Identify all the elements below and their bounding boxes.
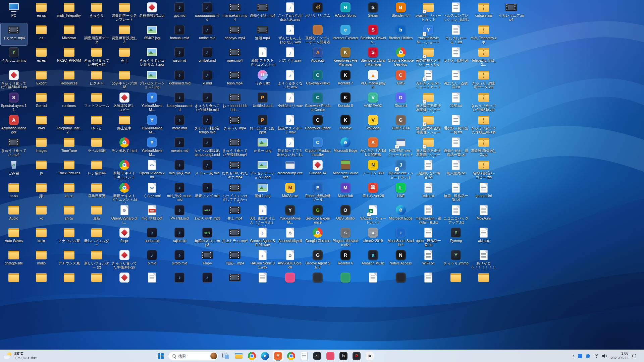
desktop-icon[interactable]: イカレマニア.mp4 <box>498 1 525 23</box>
desktop-icon[interactable]: タイトル未設定, tempo.orig1.mid <box>194 136 220 158</box>
desktop-icon[interactable]: ニコニコバックアップ.txt <box>443 203 469 226</box>
desktop-icon[interactable]: ヘッドフォンはずしててよかったmp4 <box>222 181 248 203</box>
desktop-icon[interactable]: ko-kr <box>28 226 55 248</box>
desktop-icon[interactable]: ↗無人販売不正行為画像 - ショートカット <box>415 113 442 135</box>
desktop-icon[interactable]: 路上駐車 <box>111 113 138 135</box>
desktop-icon[interactable]: ポリリリリズム <box>305 1 331 23</box>
chatgpt-taskbar-button[interactable] <box>364 351 375 361</box>
desktop-icon[interactable]: Audacity <box>305 46 331 68</box>
desktop-icon[interactable]: midi_Telepathy.zip <box>470 23 497 45</box>
desktop-icon[interactable]: _起動しない場合.txt <box>415 158 442 180</box>
desktop-icon[interactable]: 無題 - 親作品一覧.txt <box>443 181 469 203</box>
desktop-icon[interactable]: manisekarin.mp4 <box>222 1 248 23</box>
desktop-icon[interactable]: 通知うぜえ - 親作品一覧.txt <box>443 136 469 158</box>
desktop-icon[interactable] <box>443 271 469 293</box>
desktop-icon[interactable]: es <box>28 23 55 45</box>
desktop-icon[interactable]: SpectraLayers 11 <box>1 91 27 113</box>
desktop-icon[interactable]: sirofo.mid <box>166 248 193 270</box>
ymm-taskbar-button[interactable] <box>272 351 284 361</box>
desktop-icon[interactable]: ラベル印刷 <box>84 136 110 158</box>
desktop-icon[interactable]: Resources <box>56 68 82 90</box>
desktop-icon[interactable]: 無題のスコア.mp3 <box>194 226 220 248</box>
desktop-icon[interactable]: Untitled.ppsf <box>249 91 276 113</box>
desktop-icon[interactable] <box>111 271 138 293</box>
desktop-icon[interactable]: ↗万引きメモ.txt - ショートカット <box>415 68 442 90</box>
desktop-icon[interactable]: Steinberg Library Manager <box>360 46 386 68</box>
desktop-icon[interactable]: イカマニ.mp4 <box>1 23 27 45</box>
desktop-icon[interactable]: YukkuriMovieM... <box>277 203 304 226</box>
desktop-icon[interactable]: 新規ソング.mid <box>194 181 220 203</box>
desktop-icon[interactable]: meroin.mid <box>166 136 193 158</box>
desktop-icon[interactable]: WIFI.txt <box>415 248 442 270</box>
desktop-icon[interactable] <box>387 271 414 293</box>
desktop-icon[interactable]: 調査練習(失敗)_3 <box>111 23 138 45</box>
desktop-icon[interactable]: mid_学校.pdf <box>139 203 165 226</box>
desktop-icon[interactable]: だれもFXいれたやつ.mp4 <box>222 158 248 180</box>
wifi-icon[interactable] <box>593 354 599 358</box>
desktop-icon[interactable]: Activation Manager <box>1 113 27 135</box>
desktop-icon[interactable]: Steam <box>360 1 386 23</box>
desktop-icon[interactable]: chatgpt-site <box>1 248 27 270</box>
desktop-icon[interactable]: 65407.jpg <box>139 23 165 45</box>
desktop-icon[interactable]: 営業日変更 <box>84 181 110 203</box>
desktop-icon[interactable]: manisekarin - 親作品一覧.txt <box>415 203 442 226</box>
desktop-icon[interactable]: きゅうり食ってた午後三時 <box>84 46 110 68</box>
desktop-icon[interactable]: ヘルスコンプレッション_歌詞.txt <box>443 1 469 23</box>
desktop-icon[interactable]: 選択肢 - 親作品一覧.txt <box>443 113 469 135</box>
desktop-icon[interactable]: Keepforest File Manager <box>332 46 359 68</box>
desktop-icon[interactable]: es-es <box>28 46 55 68</box>
desktop-icon[interactable]: おーばーまにあ.ppsf <box>249 113 276 135</box>
desktop-icon[interactable]: ↗家の防犯カメラ - ショートカット <box>415 46 442 68</box>
desktop-icon[interactable]: きゅうり.ymmp <box>443 248 469 270</box>
desktop-icon[interactable]: Plogue sforzando x64 <box>332 226 359 248</box>
desktop-icon[interactable]: ノートン 360 <box>360 158 386 180</box>
chrome-2-taskbar-button[interactable] <box>285 351 297 361</box>
notification-bell-icon[interactable] <box>632 354 636 358</box>
desktop-icon[interactable]: LINE <box>387 181 414 203</box>
weather-widget[interactable]: 28°C くもりのち晴れ <box>1 351 41 361</box>
desktop-icon[interactable]: 井上ドラム.mp4 <box>222 226 248 248</box>
desktop-icon[interactable]: en-us <box>28 1 55 23</box>
desktop-icon[interactable]: open.mp4 <box>222 46 248 68</box>
desktop-icon[interactable]: createdump.exe <box>277 158 304 180</box>
desktop-icon[interactable]: HALion Sonic 01.wav <box>249 248 276 270</box>
desktop-icon[interactable]: rajio.mid <box>166 226 193 248</box>
desktop-icon[interactable] <box>415 271 442 293</box>
desktop-icon[interactable]: おっhhhhhhhhhhhh... <box>222 91 248 113</box>
cubase-taskbar-button[interactable] <box>338 351 349 361</box>
desktop-icon[interactable]: タイトル未設定, tempo.mid <box>194 113 220 135</box>
desktop-icon[interactable]: 9.cpr <box>111 226 138 248</box>
desktop-icon[interactable]: アナウンス夏 <box>56 248 82 270</box>
desktop-icon[interactable]: 調査練習(失敗)_3.zip <box>470 136 497 158</box>
desktop-icon[interactable]: 孤独なインディーゲーム開発者の一生... <box>305 23 331 45</box>
desktop-icon[interactable] <box>360 271 386 293</box>
desktop-icon[interactable]: ja <box>28 158 55 180</box>
desktop-icon[interactable]: Native Access <box>387 248 414 270</box>
desktop-icon[interactable]: akis.txt <box>470 226 497 248</box>
desktop-icon[interactable]: 調査用データテンプレート <box>111 1 138 23</box>
desktop-icon[interactable]: MuseScore Studio 4 <box>387 226 414 248</box>
desktop-icon[interactable]: NKSC_PARAM <box>56 46 82 68</box>
desktop-icon[interactable]: teion.mp4 <box>222 68 248 90</box>
desktop-icon[interactable]: GIMP 3.0.4 <box>387 113 414 135</box>
desktop-icon[interactable]: umibet.mid <box>194 46 220 68</box>
tray-overflow-chevron-icon[interactable]: ∧ <box>572 354 575 358</box>
desktop-icon[interactable]: CMS <box>387 68 414 90</box>
desktop-icon[interactable]: Audio <box>1 203 27 226</box>
desktop-icon[interactable]: プレゼンテーション1.jpg <box>139 68 165 90</box>
desktop-icon[interactable]: Brother Utilities <box>387 23 414 45</box>
desktop-icon[interactable]: zh-tw <box>56 203 82 226</box>
desktop-icon[interactable]: きゅうり <box>84 1 110 23</box>
desktop-icon[interactable] <box>277 271 304 293</box>
edge-taskbar-button[interactable] <box>259 351 271 361</box>
desktop-icon[interactable]: Kontakt <box>332 113 359 135</box>
desktop-icon[interactable]: open - 親作品一覧.txt <box>415 226 442 248</box>
desktop-icon[interactable]: Discord <box>387 91 414 113</box>
chrome-taskbar-button[interactable] <box>246 351 258 361</box>
desktop-icon[interactable]: 無題.mp4 <box>249 23 276 45</box>
desktop-icon[interactable]: YukkuriMovieM... <box>139 91 165 113</box>
desktop-icon[interactable]: 井上.mp4 <box>222 203 248 226</box>
desktop-icon[interactable]: きゅうり食ってた午後3時-01.cpr <box>1 68 27 90</box>
desktop-icon[interactable]: Internet Explorer <box>332 23 359 45</box>
desktop-icon[interactable]: Groove Agent SE 5 <box>305 248 331 270</box>
